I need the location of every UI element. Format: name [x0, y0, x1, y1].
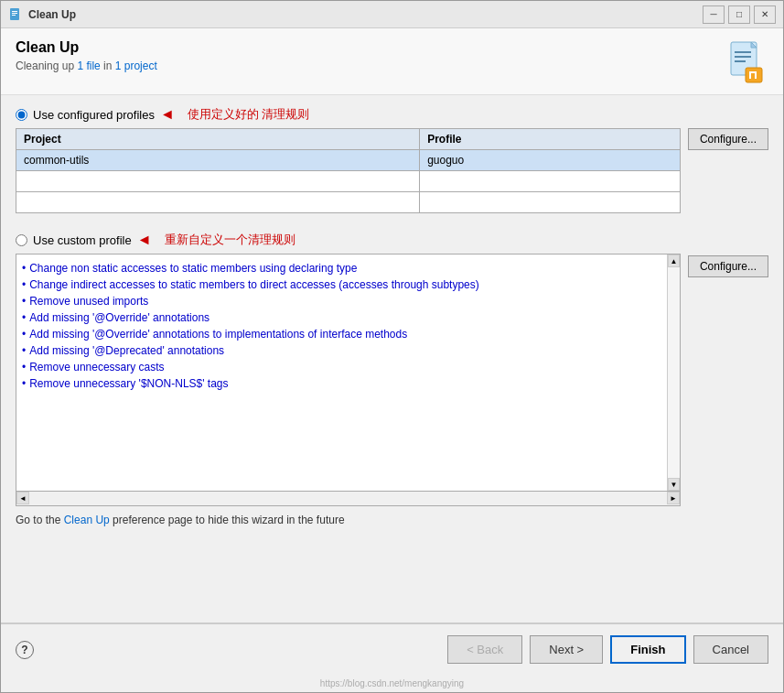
svg-rect-7 — [735, 56, 751, 58]
title-icon — [8, 7, 23, 22]
help-button[interactable]: ? — [16, 641, 34, 659]
scroll-up-arrow[interactable]: ▲ — [668, 254, 680, 267]
custom-content-wrapper: Change non static accesses to static mem… — [16, 254, 768, 506]
list-item: Change non static accesses to static mem… — [22, 260, 674, 276]
maximize-button[interactable]: □ — [728, 5, 750, 24]
profiles-table-wrapper: Project Profile common-utils guoguo — [16, 128, 768, 222]
minimize-button[interactable]: ─ — [703, 5, 725, 24]
svg-rect-3 — [12, 15, 16, 16]
main-window: Clean Up ─ □ ✕ Clean Up Cleaning up 1 fi… — [0, 0, 784, 693]
cell-empty-3 — [16, 192, 420, 213]
cell-empty-2 — [420, 171, 681, 192]
list-wrapper: Change non static accesses to static mem… — [16, 254, 681, 506]
cell-profile: guoguo — [420, 150, 681, 171]
title-bar-text: Clean Up — [28, 8, 703, 21]
finish-button[interactable]: Finish — [610, 635, 685, 664]
list-item: Remove unnecessary '$NON-NLS$' tags — [22, 375, 674, 392]
list-item: Add missing '@Override' annotations — [22, 309, 674, 326]
h-scroll-track — [29, 492, 667, 505]
configure-button-1[interactable]: Configure... — [688, 128, 768, 150]
svg-rect-9 — [746, 68, 762, 82]
svg-rect-0 — [10, 8, 19, 20]
list-item: Change indirect accesses to static membe… — [22, 276, 674, 293]
custom-arrow-icon: ◄ — [137, 232, 152, 248]
table-row — [16, 192, 681, 213]
profiles-table: Project Profile common-utils guoguo — [16, 128, 681, 213]
project-link[interactable]: 1 project — [115, 60, 157, 72]
vertical-scrollbar[interactable]: ▲ ▼ — [667, 254, 680, 491]
svg-rect-1 — [12, 11, 17, 12]
table-container: Project Profile common-utils guoguo — [16, 128, 681, 222]
list-item: Add missing '@Override' annotations to i… — [22, 326, 674, 342]
svg-rect-8 — [735, 60, 746, 62]
configured-arrow-icon: ◄ — [160, 106, 175, 123]
custom-annotation: 重新自定义一个清理规则 — [165, 232, 295, 248]
button-bar: ? < Back Next > Finish Cancel — [1, 623, 783, 675]
custom-profile-label[interactable]: Use custom profile — [33, 233, 132, 247]
col-project-header: Project — [16, 129, 420, 150]
back-button[interactable]: < Back — [447, 635, 522, 664]
header-icon — [723, 39, 768, 85]
scroll-track — [668, 267, 680, 478]
custom-profile-row: Use custom profile ◄ 重新自定义一个清理规则 — [16, 232, 768, 248]
configured-profiles-group: Use configured profiles ◄ 使用定义好的 清理规则 Pr… — [16, 106, 768, 222]
table-row[interactable]: common-utils guoguo — [16, 150, 681, 171]
cell-empty-1 — [16, 171, 420, 192]
cell-project: common-utils — [16, 150, 420, 171]
button-bar-left: ? — [16, 641, 34, 659]
configured-profiles-row: Use configured profiles ◄ 使用定义好的 清理规则 — [16, 106, 768, 123]
header-title: Clean Up — [16, 39, 723, 56]
cell-empty-4 — [420, 192, 681, 213]
footer-text: Go to the Clean Up preference page to hi… — [16, 514, 768, 526]
svg-rect-2 — [12, 13, 17, 14]
cleanup-preference-link[interactable]: Clean Up — [64, 514, 110, 526]
configure-button-2[interactable]: Configure... — [688, 255, 768, 277]
list-item: Remove unused imports — [22, 293, 674, 309]
button-bar-right: < Back Next > Finish Cancel — [447, 635, 768, 664]
title-bar-controls: ─ □ ✕ — [703, 5, 776, 24]
table-row — [16, 171, 681, 192]
header-text: Clean Up Cleaning up 1 file in 1 project — [16, 39, 723, 72]
title-bar: Clean Up ─ □ ✕ — [1, 1, 783, 28]
list-item: Add missing '@Deprecated' annotations — [22, 342, 674, 359]
col-profile-header: Profile — [420, 129, 681, 150]
items-list: Change non static accesses to static mem… — [16, 254, 681, 492]
scroll-right-arrow[interactable]: ► — [667, 492, 680, 504]
cancel-button[interactable]: Cancel — [693, 635, 768, 664]
configured-profiles-label[interactable]: Use configured profiles — [33, 108, 155, 122]
custom-profile-radio[interactable] — [16, 234, 27, 246]
svg-rect-6 — [735, 51, 751, 53]
items-ul: Change non static accesses to static mem… — [22, 260, 674, 392]
horizontal-scrollbar[interactable]: ◄ ► — [16, 492, 681, 506]
configured-annotation: 使用定义好的 清理规则 — [188, 106, 310, 123]
list-item: Remove unnecessary casts — [22, 359, 674, 375]
custom-profile-section: Use custom profile ◄ 重新自定义一个清理规则 Change … — [16, 232, 768, 506]
header-subtitle: Cleaning up 1 file in 1 project — [16, 60, 723, 72]
close-button[interactable]: ✕ — [754, 5, 776, 24]
files-link[interactable]: 1 file — [77, 60, 100, 72]
svg-rect-12 — [749, 71, 757, 73]
scroll-left-arrow[interactable]: ◄ — [16, 492, 29, 504]
scroll-down-arrow[interactable]: ▼ — [668, 478, 680, 491]
watermark: https://blog.csdn.net/mengkangying — [1, 675, 783, 692]
configured-profiles-radio[interactable] — [16, 109, 27, 121]
header-area: Clean Up Cleaning up 1 file in 1 project — [1, 28, 783, 95]
next-button[interactable]: Next > — [530, 635, 603, 664]
content-area: Use configured profiles ◄ 使用定义好的 清理规则 Pr… — [1, 95, 783, 623]
